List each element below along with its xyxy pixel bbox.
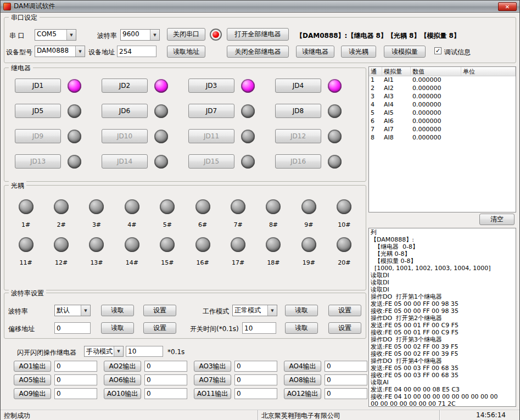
relay-button[interactable]: JD10	[102, 129, 148, 143]
app-icon	[3, 3, 11, 10]
work-mode-set-button[interactable]: 设置	[328, 305, 361, 316]
work-mode-read-button[interactable]: 读取	[285, 305, 318, 316]
read-address-button[interactable]: 读取地址	[167, 46, 205, 58]
ao-output-button[interactable]: AO5输出	[14, 374, 51, 385]
ao-output-button[interactable]: AO4输出	[284, 361, 321, 372]
log-line: 操作DO 打开第4个继电器	[371, 357, 514, 365]
close-all-relays-button[interactable]: 关闭全部继电器	[227, 46, 289, 58]
opto-led	[301, 237, 316, 252]
ao-output-input[interactable]	[234, 374, 277, 385]
ao-output-input[interactable]	[54, 374, 97, 385]
relay-button[interactable]: JD1	[15, 79, 61, 93]
opto-label: 13#	[90, 259, 103, 266]
offset-read-button[interactable]: 读取	[101, 322, 134, 334]
ao-output-button[interactable]: AO12输出	[284, 388, 321, 399]
ao-output-button[interactable]: AO1输出	[14, 361, 51, 372]
relay-led	[241, 155, 255, 169]
ao-cell: AO4输出	[284, 361, 367, 372]
opto-label: 4#	[127, 221, 136, 228]
ao-output-button[interactable]: AO11输出	[194, 388, 231, 399]
ao-cell: AO9输出	[14, 388, 97, 399]
opto-label: 2#	[57, 221, 65, 228]
ao-output-button[interactable]: AO2输出	[104, 361, 141, 372]
ao-output-button[interactable]: AO3输出	[194, 361, 231, 372]
relay-cell: JD14	[102, 154, 188, 169]
read-analog-button[interactable]: 读模拟量	[384, 46, 426, 58]
debug-info-label: 调试信息	[444, 48, 471, 57]
relay-button[interactable]: JD11	[188, 129, 234, 143]
offset-set-button[interactable]: 设置	[143, 322, 176, 334]
relay-button[interactable]: JD3	[188, 79, 234, 93]
relay-button[interactable]: JD14	[102, 154, 148, 169]
relay-led	[154, 130, 168, 143]
offset-address-input[interactable]	[54, 322, 91, 334]
ao-output-input[interactable]	[325, 388, 367, 399]
device-address-input[interactable]	[117, 46, 156, 57]
relay-button[interactable]: JD16	[275, 154, 321, 169]
ao-output-input[interactable]	[54, 388, 97, 399]
debug-info-checkbox[interactable]	[434, 47, 441, 54]
relay-button[interactable]: JD13	[15, 154, 61, 169]
log-line: 接收:FE 04 10 00 00 00 00 00 00 00 00 00	[371, 393, 514, 400]
opto-label: 18#	[267, 259, 279, 266]
table-row: 4 AI4 0.000000	[369, 101, 516, 109]
ao-output-input[interactable]	[144, 374, 187, 385]
opto-cell: 4#	[114, 199, 149, 228]
switch-time-input[interactable]	[242, 322, 276, 334]
opto-led	[337, 237, 351, 252]
relay-button[interactable]: JD5	[15, 104, 61, 118]
switch-time-set-button[interactable]: 设置	[328, 322, 361, 334]
work-mode-select[interactable]: 正常模式 ▼	[232, 305, 277, 316]
relay-led	[241, 130, 255, 143]
opto-label: 9#	[304, 221, 313, 228]
read-relay-button[interactable]: 读继电器	[296, 46, 334, 58]
ao-output-input[interactable]	[325, 361, 367, 372]
close-serial-button[interactable]: 关闭串口	[167, 28, 205, 41]
ao-output-input[interactable]	[325, 374, 367, 385]
ao-output-button[interactable]: AO6输出	[104, 374, 141, 385]
ao-output-button[interactable]: AO9输出	[14, 388, 51, 399]
model-select[interactable]: DAM0888 ▼	[35, 46, 85, 57]
relay-button[interactable]: JD8	[275, 104, 321, 118]
relay-button[interactable]: JD2	[102, 79, 148, 93]
switch-time-read-button[interactable]: 读取	[285, 322, 318, 334]
ao-output-input[interactable]	[234, 388, 277, 399]
relay-button[interactable]: JD9	[15, 129, 61, 143]
baudrate-select[interactable]: 默认 ▼	[54, 305, 91, 316]
opto-cell: 13#	[79, 237, 114, 266]
opto-led	[301, 199, 316, 214]
relay-button[interactable]: JD6	[102, 104, 148, 118]
ao-output-input[interactable]	[234, 361, 277, 372]
ao-output-button[interactable]: AO7输出	[194, 374, 231, 385]
title-bar: DAM调试软件 ✕	[1, 1, 519, 13]
debug-log[interactable]: 列 【DAM0888】: 【继电器 0-8】 【光耦 0-8】 【模拟量 0-8…	[368, 228, 516, 407]
ao-output-input[interactable]	[144, 361, 187, 372]
port-select[interactable]: COM5 ▼	[35, 29, 76, 41]
flash-mode-select[interactable]: 手动模式 ▼	[84, 346, 124, 357]
baudrate-set-button[interactable]: 设置	[143, 305, 176, 316]
table-row: 5 AI5 0.000000	[369, 109, 516, 117]
relay-led	[68, 104, 81, 118]
relay-button[interactable]: JD12	[275, 129, 321, 143]
ao-output-button[interactable]: AO10输出	[104, 388, 141, 399]
relay-button[interactable]: JD4	[275, 79, 321, 93]
ao-output-input[interactable]	[54, 361, 97, 372]
open-all-relays-button[interactable]: 打开全部继电器	[227, 28, 289, 41]
baudrate-read-button[interactable]: 读取	[101, 305, 134, 316]
relay-button[interactable]: JD15	[188, 154, 234, 169]
flash-time-input[interactable]	[126, 346, 163, 357]
app-window: DAM调试软件 ✕ 串口设定 串 口 COM5 ▼ 波特率 9600 ▼ 关闭串…	[0, 0, 520, 420]
clear-button[interactable]: 清空	[479, 214, 515, 225]
relay-cell: JD7	[188, 104, 275, 118]
table-row: 6 AI6 0.000000	[369, 117, 516, 126]
relay-button[interactable]: JD7	[188, 104, 234, 118]
ao-output-button[interactable]: AO8输出	[284, 374, 321, 385]
log-line: 发送:FE 05 00 02 FF 00 39 F5	[371, 343, 514, 350]
window-title: DAM调试软件	[14, 2, 55, 11]
opto-led	[19, 237, 33, 252]
close-icon[interactable]: ✕	[498, 2, 517, 11]
baud-select[interactable]: 9600 ▼	[120, 29, 160, 41]
ao-output-input[interactable]	[144, 388, 187, 399]
read-opto-button[interactable]: 读光耦	[341, 46, 376, 58]
relay-cell: JD8	[275, 104, 362, 118]
